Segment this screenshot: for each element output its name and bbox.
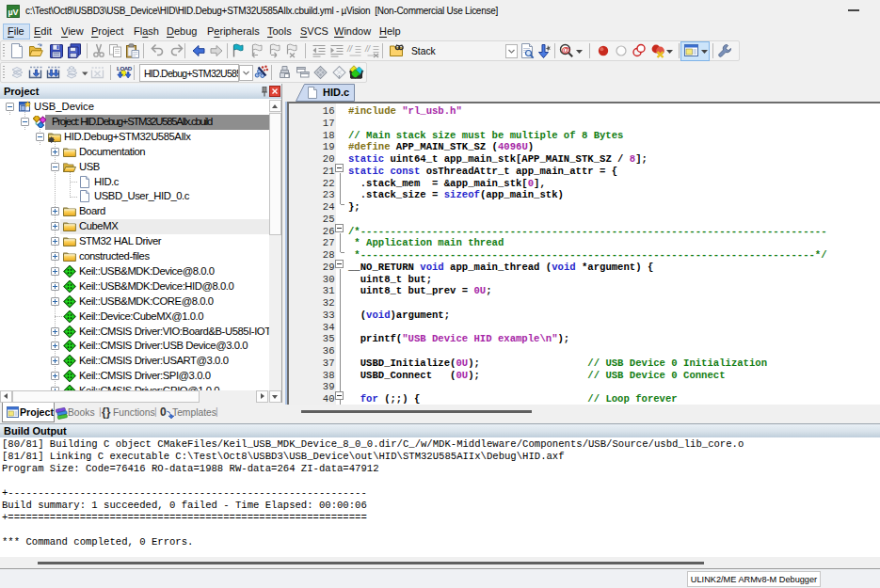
- svg-text:HID.c: HID.c: [323, 87, 349, 98]
- svg-text:LOAD: LOAD: [117, 65, 133, 72]
- svg-text:µV: µV: [8, 8, 18, 17]
- svg-text://: //: [346, 44, 354, 54]
- svg-text://: //: [364, 44, 372, 54]
